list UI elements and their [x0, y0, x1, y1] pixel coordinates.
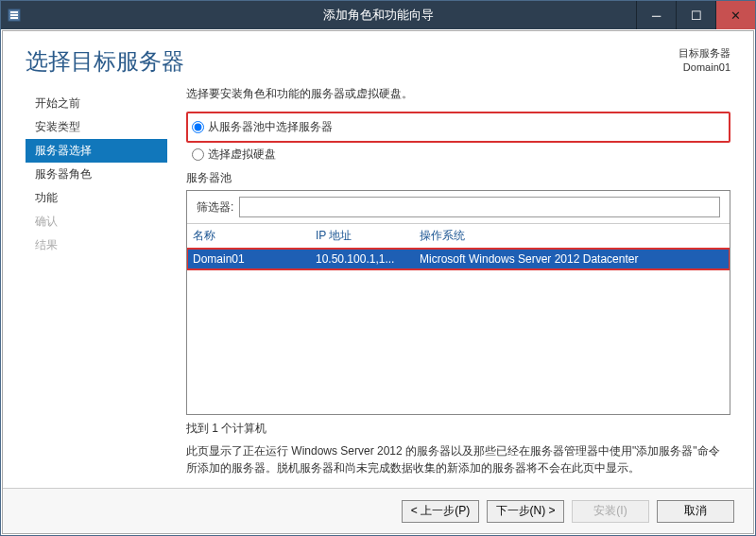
radio-vhd-input[interactable]: [192, 148, 204, 161]
previous-button[interactable]: < 上一步(P): [402, 500, 479, 523]
close-button[interactable]: ✕: [715, 1, 755, 29]
radio-highlight-pool: 从服务器池中选择服务器: [186, 112, 730, 143]
install-button: 安装(I): [572, 500, 649, 523]
wizard-window: 添加角色和功能向导 ─ ☐ ✕ 选择目标服务器 目标服务器 Domain01 开…: [0, 0, 756, 536]
svg-rect-3: [10, 17, 18, 19]
sidebar-item-server-roles[interactable]: 服务器角色: [26, 163, 167, 186]
sidebar-item-server-selection[interactable]: 服务器选择: [26, 139, 167, 163]
server-pool: 筛选器: 名称 IP 地址 操作系统 Domain01 10.50.100.1,…: [186, 190, 730, 415]
sidebar-item-installation-type[interactable]: 安装类型: [26, 115, 167, 139]
radio-option-vhd[interactable]: 选择虚拟硬盘: [192, 147, 730, 163]
description-note: 此页显示了正在运行 Windows Server 2012 的服务器以及那些已经…: [186, 442, 730, 476]
cancel-button[interactable]: 取消: [657, 500, 734, 523]
sidebar-item-features[interactable]: 功能: [26, 186, 167, 210]
radio-pool-label: 从服务器池中选择服务器: [208, 119, 333, 135]
pool-section-label: 服务器池: [186, 170, 730, 186]
maximize-button[interactable]: ☐: [676, 1, 715, 29]
wizard-header: 选择目标服务器 目标服务器 Domain01: [3, 31, 753, 86]
app-icon: [1, 9, 27, 22]
minimize-button[interactable]: ─: [636, 1, 676, 29]
col-name[interactable]: 名称: [187, 224, 310, 248]
sidebar-item-results: 结果: [26, 233, 167, 257]
page-title: 选择目标服务器: [26, 46, 184, 77]
col-os[interactable]: 操作系统: [414, 224, 730, 248]
next-button[interactable]: 下一步(N) >: [487, 500, 564, 523]
instruction-text: 选择要安装角色和功能的服务器或虚拟硬盘。: [186, 86, 730, 102]
filter-input[interactable]: [239, 197, 720, 217]
svg-rect-2: [10, 14, 18, 16]
filter-label: 筛选器:: [197, 199, 233, 216]
radio-option-pool[interactable]: 从服务器池中选择服务器: [192, 119, 721, 135]
sidebar-item-confirmation: 确认: [26, 210, 167, 233]
cell-os: Microsoft Windows Server 2012 Datacenter: [414, 249, 730, 269]
col-ip[interactable]: IP 地址: [310, 224, 414, 248]
wizard-sidebar: 开始之前 安装类型 服务器选择 服务器角色 功能 确认 结果: [26, 86, 167, 476]
main-panel: 选择要安装角色和功能的服务器或虚拟硬盘。 从服务器池中选择服务器 选择虚拟硬盘 …: [167, 86, 730, 476]
wizard-body: 开始之前 安装类型 服务器选择 服务器角色 功能 确认 结果 选择要安装角色和功…: [3, 86, 753, 488]
meta-value: Domain01: [679, 61, 730, 75]
meta-label: 目标服务器: [679, 46, 730, 61]
server-table: 名称 IP 地址 操作系统 Domain01 10.50.100.1,1... …: [187, 223, 730, 414]
filter-row: 筛选器:: [187, 191, 730, 223]
table-header: 名称 IP 地址 操作系统: [187, 224, 730, 249]
radio-vhd-label: 选择虚拟硬盘: [208, 147, 276, 163]
sidebar-item-before-you-begin[interactable]: 开始之前: [26, 92, 167, 115]
radio-pool-input[interactable]: [192, 121, 204, 133]
summary-text: 找到 1 个计算机: [186, 421, 730, 437]
wizard-footer: < 上一步(P) 下一步(N) > 安装(I) 取消: [3, 488, 753, 533]
target-server-meta: 目标服务器 Domain01: [679, 46, 730, 76]
cell-name: Domain01: [187, 249, 310, 269]
svg-rect-1: [10, 11, 18, 13]
content: 选择目标服务器 目标服务器 Domain01 开始之前 安装类型 服务器选择 服…: [2, 30, 754, 534]
titlebar: 添加角色和功能向导 ─ ☐ ✕: [1, 1, 755, 29]
cell-ip: 10.50.100.1,1...: [310, 249, 414, 269]
table-row[interactable]: Domain01 10.50.100.1,1... Microsoft Wind…: [187, 249, 730, 269]
window-controls: ─ ☐ ✕: [636, 1, 755, 29]
window-title: 添加角色和功能向导: [323, 7, 434, 24]
